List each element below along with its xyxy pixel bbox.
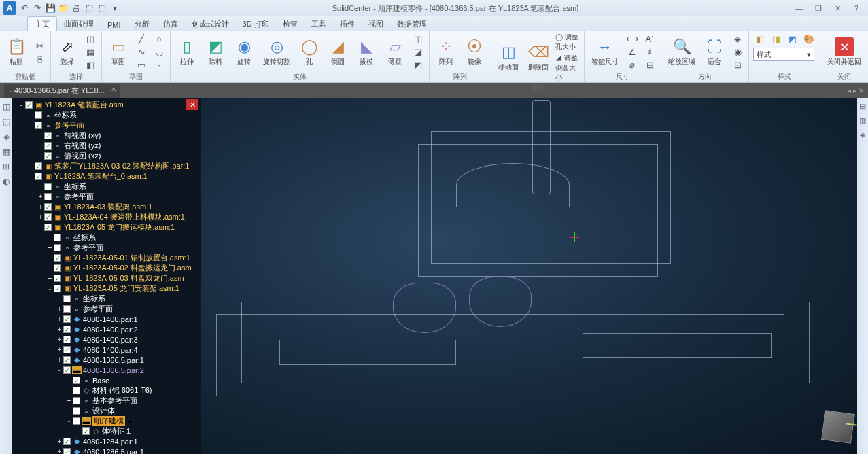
curve-icon[interactable]: ∿: [135, 46, 148, 58]
expand-icon[interactable]: +: [56, 346, 63, 353]
tab-analyze[interactable]: 分析: [128, 17, 156, 31]
cube-icon[interactable]: ◨: [769, 33, 783, 45]
tree-node[interactable]: -▬顺序建模◂: [12, 416, 201, 426]
checkbox[interactable]: ✓: [35, 173, 42, 180]
dim-opt-icon[interactable]: ⟷: [625, 33, 639, 46]
checkbox[interactable]: ✓: [25, 101, 33, 109]
expand-icon[interactable]: +: [46, 244, 54, 251]
tree-node[interactable]: -▫坐标系: [12, 110, 201, 120]
checkbox[interactable]: ✓: [63, 315, 71, 323]
expand-icon[interactable]: +: [46, 275, 54, 282]
arc-icon[interactable]: ◡: [152, 46, 166, 58]
tree-node[interactable]: +✓◆4080-1284.par:1: [12, 436, 201, 447]
tool-icon[interactable]: ◫: [3, 102, 10, 111]
tab-tools[interactable]: 工具: [305, 17, 333, 31]
select-opt-icon[interactable]: ▦: [84, 46, 97, 58]
checkbox[interactable]: [54, 244, 61, 251]
zoomarea-button[interactable]: 🔍缩放区域: [665, 36, 698, 68]
tree-node[interactable]: ▫坐标系: [12, 181, 201, 192]
checkbox[interactable]: ✓: [54, 264, 61, 272]
qat-icon[interactable]: ⬚: [97, 3, 107, 14]
tree-node[interactable]: -✓▣YL1823A 笔装配台.asm: [12, 100, 201, 110]
checkbox[interactable]: ✓: [63, 366, 71, 374]
cut-icon[interactable]: ✂: [33, 39, 46, 52]
feature-tree[interactable]: ✕ -✓▣YL1823A 笔装配台.asm-▫坐标系-✓▫参考平面✓▫前视图 (…: [12, 98, 201, 454]
help-button[interactable]: ?: [848, 2, 865, 14]
expand-icon[interactable]: -: [37, 224, 44, 231]
checkbox[interactable]: [73, 417, 80, 425]
tree-node[interactable]: +✓◆4080-1400.par:1: [12, 314, 201, 324]
checkbox[interactable]: ✓: [54, 275, 61, 282]
expand-icon[interactable]: +: [37, 193, 44, 200]
save-icon[interactable]: 💾: [45, 3, 56, 14]
checkbox[interactable]: ✓: [44, 224, 52, 231]
revolve-button[interactable]: ◉旋转: [232, 36, 256, 68]
checkbox[interactable]: ✓: [63, 448, 71, 454]
redo-icon[interactable]: ↷: [32, 3, 43, 14]
tree-node[interactable]: +✓▣YL-1823A-05-01 铝制放置台.asm:1: [12, 253, 201, 263]
tree-node[interactable]: ▫坐标系: [12, 232, 201, 243]
palette-icon[interactable]: 🎨: [802, 33, 816, 45]
expand-icon[interactable]: +: [56, 315, 63, 323]
tree-node[interactable]: +✓▣YL-1823A-05-02 料盘搬运龙门.asm: [12, 263, 201, 273]
checkbox[interactable]: [73, 407, 80, 415]
undo-icon[interactable]: ↶: [19, 3, 30, 14]
checkbox[interactable]: ✓: [54, 285, 61, 292]
checkbox[interactable]: [73, 387, 80, 394]
delface-button[interactable]: ⌫删除面: [525, 41, 551, 73]
tree-node[interactable]: +✓◆4080-1286.5.par:1: [12, 447, 201, 454]
tab-controls[interactable]: ◂ ▸ ✕: [848, 87, 868, 94]
document-tab[interactable]: ▫ 4030-1366.5.par 在 YL18... ✕: [4, 84, 120, 98]
tree-node[interactable]: -✓▣YL-1823A-05 龙门安装架.asm:1: [12, 283, 201, 294]
cube-icon[interactable]: ◧: [753, 33, 767, 45]
solid-opt-icon[interactable]: ◩: [411, 59, 425, 71]
expand-icon[interactable]: -: [27, 111, 35, 119]
expand-icon[interactable]: +: [46, 264, 54, 272]
expand-icon[interactable]: +: [65, 407, 73, 415]
expand-icon[interactable]: -: [27, 122, 35, 129]
close-button[interactable]: ✕: [829, 2, 846, 14]
expand-icon[interactable]: +: [56, 305, 63, 313]
dim-opt-icon[interactable]: ♯: [643, 46, 657, 58]
select-opt-icon[interactable]: ◫: [84, 33, 97, 46]
checkbox[interactable]: ✓: [35, 122, 42, 129]
extrude-button[interactable]: ▯拉伸: [175, 36, 199, 68]
cut-button[interactable]: ◩除料: [203, 36, 228, 68]
expand-icon[interactable]: -: [46, 285, 54, 292]
dim-opt-icon[interactable]: ∠: [625, 46, 639, 58]
expand-icon[interactable]: +: [56, 326, 63, 333]
minimize-button[interactable]: —: [791, 2, 808, 14]
checkbox[interactable]: ✓: [44, 152, 52, 160]
expand-icon[interactable]: +: [56, 356, 63, 364]
checkbox[interactable]: ✓: [63, 346, 71, 353]
tab-addin[interactable]: 插件: [333, 17, 362, 31]
tree-node[interactable]: ▫坐标系: [12, 294, 201, 304]
style-dropdown[interactable]: 样式▾: [753, 48, 814, 61]
tab-data[interactable]: 数据管理: [390, 17, 434, 31]
checkbox[interactable]: ✓: [63, 326, 71, 333]
checkbox[interactable]: ✓: [54, 254, 61, 262]
checkbox[interactable]: ✓: [35, 162, 42, 170]
expand-icon[interactable]: +: [37, 203, 44, 211]
tool-icon[interactable]: ⬚: [3, 117, 10, 126]
paste-button[interactable]: 📋粘贴: [4, 36, 29, 68]
tool-icon[interactable]: ◈: [860, 130, 865, 139]
checkbox[interactable]: ✓: [82, 427, 90, 435]
tree-node[interactable]: +✓▣YL1823A-03 装配架.asm:1: [12, 202, 201, 212]
app-menu-button[interactable]: A: [3, 1, 16, 15]
tree-node[interactable]: -✓▣YL1823A-05 龙门搬运模块.asm:1: [12, 222, 201, 232]
checkbox[interactable]: ✓: [73, 377, 80, 384]
round-button[interactable]: ◢倒圆: [326, 36, 350, 68]
adjust-round-button[interactable]: ◢ 调整倒圆大小: [555, 54, 580, 82]
tree-node[interactable]: ◇材料 (铝 6061-T6): [12, 385, 201, 396]
tab-3dprint[interactable]: 3D 打印: [236, 17, 276, 31]
checkbox[interactable]: [73, 397, 80, 404]
checkbox[interactable]: ✓: [44, 213, 52, 221]
checkbox[interactable]: ✓: [63, 438, 71, 445]
expand-icon[interactable]: +: [65, 397, 73, 404]
expand-icon[interactable]: -: [56, 366, 63, 374]
hole-button[interactable]: ◯孔: [297, 36, 322, 68]
dim-opt-icon[interactable]: ⌀: [625, 59, 639, 71]
maximize-button[interactable]: ❐: [810, 2, 827, 14]
copy-icon[interactable]: ⎘: [33, 52, 46, 65]
